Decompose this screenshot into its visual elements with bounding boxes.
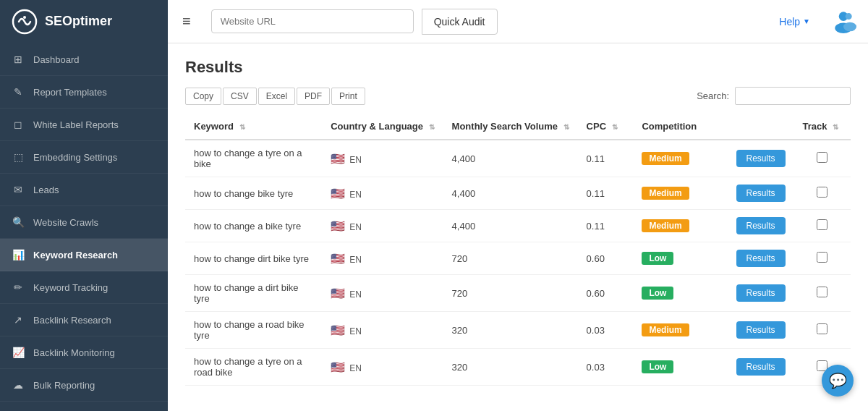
flag-icon: 🇺🇸 xyxy=(331,361,345,373)
results-button[interactable]: Results xyxy=(736,250,786,267)
track-checkbox[interactable] xyxy=(817,187,827,198)
results-button[interactable]: Results xyxy=(736,185,786,202)
cell-competition: Low xyxy=(633,242,727,275)
backlink-research-icon: ↗ xyxy=(12,313,25,326)
track-checkbox[interactable] xyxy=(817,287,827,297)
sort-icon-cpc[interactable]: ⇅ xyxy=(612,123,618,131)
cell-results: Results xyxy=(728,242,794,275)
page-title: Results xyxy=(185,58,851,77)
track-checkbox[interactable] xyxy=(817,323,827,334)
cell-results: Results xyxy=(728,210,794,242)
table-toolbar: CopyCSVExcelPDFPrint Search: xyxy=(185,87,851,105)
table-header-row: Keyword ⇅ Country & Language ⇅ Monthly S… xyxy=(185,114,851,140)
cell-volume: 720 xyxy=(443,275,578,312)
sort-icon-keyword[interactable]: ⇅ xyxy=(239,123,245,131)
sidebar-item-label: Leads xyxy=(33,185,59,195)
svg-point-1 xyxy=(23,16,26,19)
keyword-research-icon: 📊 xyxy=(12,248,25,261)
sidebar-item-backlink-monitoring[interactable]: 📈 Backlink Monitoring xyxy=(0,336,168,369)
cell-results: Results xyxy=(728,275,794,312)
cell-country: 🇺🇸EN xyxy=(322,177,443,210)
col-header-cpc: CPC ⇅ xyxy=(578,114,634,140)
cell-cpc: 0.11 xyxy=(578,177,634,210)
track-checkbox[interactable] xyxy=(817,219,827,230)
sort-icon-volume[interactable]: ⇅ xyxy=(563,123,569,131)
flag-icon: 🇺🇸 xyxy=(331,187,345,200)
sort-icon-track[interactable]: ⇅ xyxy=(833,123,838,131)
sidebar-item-report-templates[interactable]: ✎ Report Templates xyxy=(0,76,168,109)
competition-badge: Medium xyxy=(642,323,689,336)
col-header-actions xyxy=(728,114,794,140)
cell-volume: 320 xyxy=(443,312,578,349)
sidebar-item-label: Keyword Research xyxy=(33,250,118,260)
search-input[interactable] xyxy=(735,87,851,105)
pdf-button[interactable]: PDF xyxy=(297,88,330,105)
avatar[interactable] xyxy=(830,7,856,35)
table-row: how to change a tyre on a bike 🇺🇸EN 4,40… xyxy=(185,140,851,177)
cell-keyword: how to change a dirt bike tyre xyxy=(185,275,322,312)
cell-results: Results xyxy=(728,177,794,210)
col-header-country: Country & Language ⇅ xyxy=(322,114,443,140)
sidebar-item-embedding-settings[interactable]: ⬚ Embedding Settings xyxy=(0,141,168,174)
sidebar-item-leads[interactable]: ✉ Leads xyxy=(0,174,168,206)
sidebar-item-label: Dashboard xyxy=(33,54,80,65)
cell-competition: Low xyxy=(633,275,727,312)
cell-competition: Low xyxy=(633,349,727,386)
sidebar-item-label: Report Templates xyxy=(33,87,107,98)
cell-competition: Medium xyxy=(633,140,727,177)
cell-keyword: how to change a bike tyre xyxy=(185,210,322,242)
language-label: EN xyxy=(349,326,362,336)
language-label: EN xyxy=(349,222,362,232)
chevron-down-icon: ▼ xyxy=(803,17,810,25)
col-header-keyword: Keyword ⇅ xyxy=(185,114,322,140)
excel-button[interactable]: Excel xyxy=(258,88,295,105)
results-button[interactable]: Results xyxy=(736,217,786,234)
header: SEOptimer ≡ Quick Audit Help ▼ xyxy=(0,0,868,43)
results-button[interactable]: Results xyxy=(736,358,786,376)
track-checkbox[interactable] xyxy=(817,252,827,263)
language-label: EN xyxy=(349,289,362,300)
copy-button[interactable]: Copy xyxy=(185,88,221,105)
sidebar-item-label: Backlink Monitoring xyxy=(33,347,115,358)
track-checkbox[interactable] xyxy=(817,152,827,163)
sidebar-item-bulk-reporting[interactable]: ☁ Bulk Reporting xyxy=(0,369,168,402)
sidebar-item-label: Bulk Reporting xyxy=(33,380,95,391)
cell-results: Results xyxy=(728,349,794,386)
cell-country: 🇺🇸EN xyxy=(322,275,443,312)
sidebar-item-white-label-reports[interactable]: ◻ White Label Reports xyxy=(0,109,168,141)
cell-keyword: how to change a tyre on a road bike xyxy=(185,349,322,386)
bulk-reporting-icon: ☁ xyxy=(12,378,25,391)
help-button[interactable]: Help ▼ xyxy=(779,16,810,27)
results-button[interactable]: Results xyxy=(736,150,786,167)
results-table: Keyword ⇅ Country & Language ⇅ Monthly S… xyxy=(185,114,851,386)
search-label: Search: xyxy=(697,90,729,101)
results-button[interactable]: Results xyxy=(736,321,786,339)
help-label: Help xyxy=(779,16,800,27)
chat-icon: 💬 xyxy=(829,372,847,389)
cell-results: Results xyxy=(728,312,794,349)
sort-icon-country[interactable]: ⇅ xyxy=(429,123,435,131)
csv-button[interactable]: CSV xyxy=(223,88,257,105)
table-row: how to change a tyre on a road bike 🇺🇸EN… xyxy=(185,349,851,386)
flag-icon: 🇺🇸 xyxy=(331,287,345,300)
cell-keyword: how to change a road bike tyre xyxy=(185,312,322,349)
results-button[interactable]: Results xyxy=(736,284,786,302)
flag-icon: 🇺🇸 xyxy=(331,253,345,265)
leads-icon: ✉ xyxy=(12,183,25,196)
chat-bubble[interactable]: 💬 xyxy=(822,365,854,397)
cell-cpc: 0.60 xyxy=(578,242,634,275)
sidebar-item-backlink-research[interactable]: ↗ Backlink Research xyxy=(0,304,168,336)
print-button[interactable]: Print xyxy=(331,88,365,105)
hamburger-icon[interactable]: ≡ xyxy=(176,10,197,33)
language-label: EN xyxy=(349,255,362,265)
url-input[interactable] xyxy=(211,9,414,33)
website-crawls-icon: 🔍 xyxy=(12,216,25,229)
backlink-monitoring-icon: 📈 xyxy=(12,346,25,359)
sidebar-item-dashboard[interactable]: ⊞ Dashboard xyxy=(0,43,168,76)
embedding-settings-icon: ⬚ xyxy=(12,151,25,164)
sidebar-item-keyword-tracking[interactable]: ✏ Keyword Tracking xyxy=(0,271,168,304)
sidebar-item-keyword-research[interactable]: 📊 Keyword Research xyxy=(0,239,168,271)
sidebar-item-website-crawls[interactable]: 🔍 Website Crawls xyxy=(0,206,168,239)
competition-badge: Medium xyxy=(642,219,689,232)
quick-audit-button[interactable]: Quick Audit xyxy=(422,9,498,35)
